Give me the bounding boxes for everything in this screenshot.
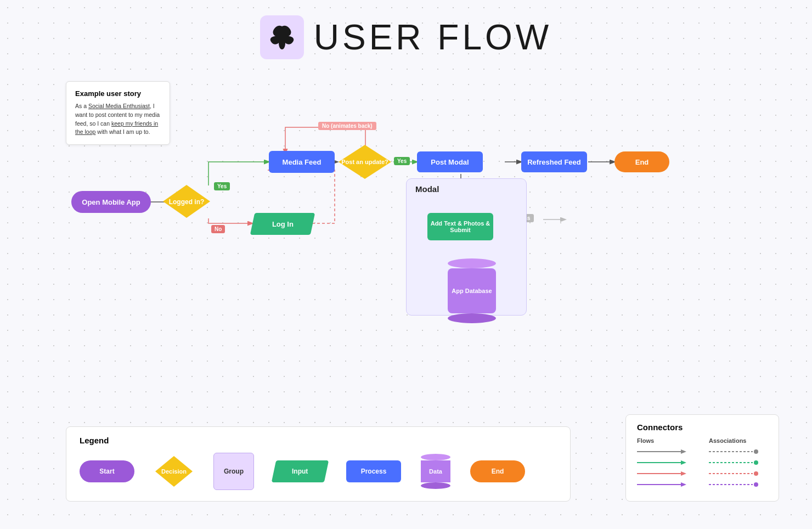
svg-marker-16 <box>681 471 686 476</box>
yes-label-right: Yes <box>394 157 410 165</box>
connectors-columns: Flows <box>637 437 768 492</box>
app-database-node[interactable]: App Database <box>447 258 497 324</box>
legend-box: Legend Start Decision Group Input <box>66 426 571 502</box>
logged-in-node[interactable]: Logged in? <box>162 184 211 220</box>
log-in-node[interactable]: Log In <box>250 213 315 235</box>
legend-input: Input <box>274 460 326 482</box>
svg-point-20 <box>754 449 758 454</box>
svg-marker-14 <box>681 460 686 465</box>
svg-marker-18 <box>681 482 686 487</box>
flows-label: Flows <box>637 437 696 444</box>
assoc-purple <box>709 481 768 488</box>
associations-column: Associations <box>709 437 768 492</box>
legend-group-shape: Group <box>213 453 254 490</box>
no-animates-label: No (animates back) <box>318 122 376 130</box>
legend-end-shape: End <box>470 460 525 482</box>
legend-items: Start Decision Group Input Process <box>80 453 557 490</box>
legend-start: Start <box>80 460 134 482</box>
svg-marker-12 <box>681 449 686 454</box>
connectors-box: Connectors Flows <box>625 414 779 502</box>
header: USER FLOW <box>0 0 812 70</box>
no-label: No <box>211 225 225 233</box>
page-title: USER FLOW <box>314 17 552 58</box>
media-feed-node[interactable]: Media Feed <box>269 151 335 173</box>
legend-start-shape: Start <box>80 460 134 482</box>
logo-icon <box>260 15 304 59</box>
legend-input-shape: Input <box>272 460 329 482</box>
legend-process-shape: Process <box>346 460 401 482</box>
post-update-node[interactable]: Post an update? <box>337 144 392 180</box>
flow-green <box>637 459 696 466</box>
assoc-green <box>709 459 768 466</box>
legend-end: End <box>470 460 525 482</box>
refreshed-feed-node[interactable]: Refreshed Feed <box>521 151 587 172</box>
flows-column: Flows <box>637 437 696 492</box>
legend-process: Process <box>346 460 401 482</box>
connectors-title: Connectors <box>637 423 768 432</box>
legend-group: Group <box>213 453 254 490</box>
flow-diagram: No (animates back) Yes No Yes Success Mo… <box>0 77 812 401</box>
post-modal-node[interactable]: Post Modal <box>417 151 483 172</box>
legend-decision: Decision <box>154 455 194 488</box>
assoc-gray <box>709 448 768 455</box>
flow-gray <box>637 448 696 455</box>
flow-purple <box>637 481 696 488</box>
add-text-photos-node[interactable]: Add Text & Photos & Submit <box>427 213 493 240</box>
associations-label: Associations <box>709 437 768 444</box>
assoc-red <box>709 470 768 477</box>
yes-label-top: Yes <box>214 182 230 190</box>
svg-point-22 <box>754 460 758 465</box>
end-node[interactable]: End <box>614 151 669 172</box>
flow-red <box>637 470 696 477</box>
legend-data-shape: Data <box>421 454 450 489</box>
open-mobile-app-node[interactable]: Open Mobile App <box>71 191 151 213</box>
legend-decision-shape: Decision <box>154 455 194 488</box>
modal-group-label: Modal <box>415 184 439 194</box>
legend-title: Legend <box>80 436 557 445</box>
svg-point-26 <box>754 482 758 487</box>
legend-data: Data <box>421 454 450 489</box>
svg-point-24 <box>754 471 758 476</box>
